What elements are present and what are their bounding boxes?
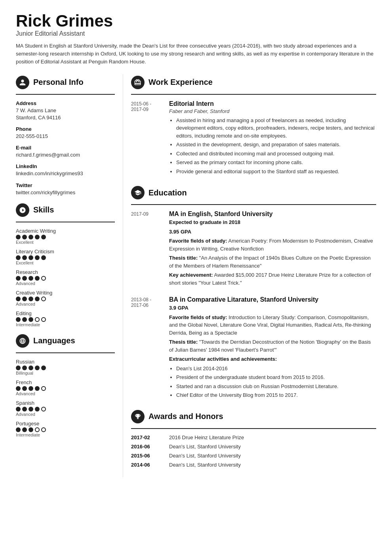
twitter-block: Twitter twitter.com/rickyfillygrimes [16,182,115,196]
award-item: 2016-06Dean's List, Stanford University [131,444,376,450]
bullet-item: President of the undergraduate student b… [176,373,376,381]
education-item-1: 2013-08 -2017-06 BA in Comparative Litar… [131,296,376,400]
skills-list: Academic WritingExcellentLiterary Critic… [16,228,115,327]
language-item: RussianBillingual [16,359,115,375]
linkedin-block: LinkedIn linkedin.com/in/rickygrimes93 [16,163,115,177]
languages-list: RussianBillingualFrenchAdvancedSpanishAd… [16,359,115,437]
work-item-0: 2015-06 -2017-09 Editorial Intern Faber … [131,100,376,177]
education-bullets-1: Dean's List 2014-2016President of the un… [169,365,376,399]
phone-block: Phone 202-555-0115 [16,126,115,140]
bullet-item: Started and ran a discussion club on Rus… [176,383,376,390]
bullet-item: Assisted in the development, design, and… [176,141,376,149]
personal-info-header: Personal Info [16,76,115,89]
award-item: 2014-06Dean's List, Stanford University [131,462,376,468]
header-name: Rick Grimes [16,12,376,30]
languages-section: Languages RussianBillingualFrenchAdvance… [16,334,115,437]
skill-item: EditingIntermediate [16,310,115,327]
work-experience-header: Work Experience [131,76,376,89]
work-experience-title: Work Experience [148,78,213,87]
personal-info-section: Personal Info Address 7 W. Adams LaneSta… [16,76,115,196]
bullet-item: Dean's List 2014-2016 [176,365,376,373]
languages-icon [16,334,29,348]
work-experience-section: Work Experience 2015-06 -2017-09 Editori… [131,76,376,177]
skill-item: Literary CriticismExcellent [16,249,115,265]
personal-info-icon [16,76,29,89]
awards-title: Awards and Honors [148,412,223,421]
education-section: Education 2017-09 MA in English, Stanfor… [131,186,376,400]
skills-section: Skills Academic WritingExcellentLiterary… [16,203,115,327]
skills-icon [16,203,29,217]
skill-item: Academic WritingExcellent [16,228,115,245]
skill-item: ResearchAdvanced [16,269,115,286]
education-header: Education [131,186,376,199]
bullet-item: Provide general and editorial support to… [176,168,376,176]
bullet-item: Chief Editor of the University Blog from… [176,391,376,399]
header-summary: MA Student in English at Stanford Univer… [16,42,376,66]
bullet-item: Served as the primary contact for incomi… [176,159,376,166]
skills-title: Skills [33,205,54,214]
work-bullets-0: Assisted in hiring and managing a pool o… [169,117,376,176]
awards-header: Awards and Honors [131,410,376,423]
skills-header: Skills [16,203,115,217]
award-item: 2015-06Dean's List, Stanford University [131,453,376,459]
education-item-0: 2017-09 MA in English, Stanford Universi… [131,211,376,288]
bullet-item: Assisted in hiring and managing a pool o… [176,117,376,140]
personal-info-title: Personal Info [33,78,84,87]
email-block: E-mail richard.f.grimes@gmail.com [16,145,115,159]
address-block: Address 7 W. Adams LaneStanford, CA 9411… [16,100,115,121]
header-title: Junior Editorial Assistant [16,30,376,37]
awards-icon [131,410,145,423]
language-item: PortugeseIntermediate [16,421,115,437]
skill-item: Creative WritingAdvanced [16,290,115,306]
language-item: SpanishAdvanced [16,400,115,417]
education-icon [131,186,145,199]
awards-section: Awards and Honors 2017-022016 Drue Heinz… [131,410,376,468]
personal-info-fields: Address 7 W. Adams LaneStanford, CA 9411… [16,100,115,196]
award-item: 2017-022016 Drue Heinz Literature Prize [131,434,376,440]
education-title: Education [148,188,187,197]
language-item: FrenchAdvanced [16,379,115,396]
languages-title: Languages [33,336,75,345]
languages-header: Languages [16,334,115,348]
awards-list: 2017-022016 Drue Heinz Literature Prize2… [131,434,376,468]
work-experience-icon [131,76,145,89]
bullet-item: Collected and distributed incoming mail … [176,150,376,158]
